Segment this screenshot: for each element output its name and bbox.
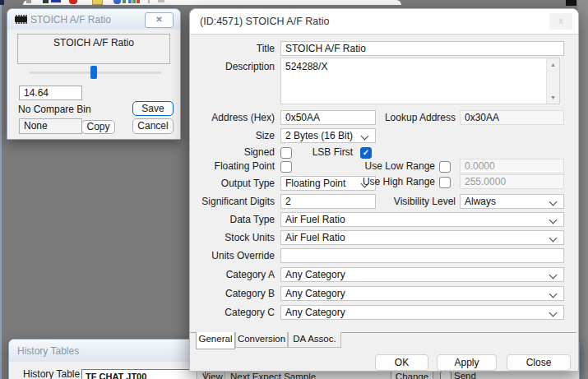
toolbar-icon-fragment[interactable] <box>158 0 164 2</box>
parameter-value-input[interactable]: 14.64 <box>19 86 82 100</box>
background-window-fragment <box>566 0 576 6</box>
visibility-level-label: Visibility Level <box>338 194 456 209</box>
history-table-label: History Table <box>23 368 80 379</box>
toolbar-icon-fragment[interactable] <box>128 0 132 3</box>
description-textarea[interactable]: 524288/X ▲ ▼ <box>280 58 560 104</box>
close-icon[interactable]: x <box>549 13 572 30</box>
lsb-first-label: LSB First <box>305 145 353 159</box>
data-type-label: Data Type <box>190 212 275 227</box>
units-override-input[interactable] <box>280 248 564 263</box>
high-range-field: 255.0000 <box>460 174 564 189</box>
scroll-up-icon[interactable]: ▲ <box>547 58 559 71</box>
description-text: 524288/X <box>285 61 327 72</box>
chip-icon <box>14 15 28 24</box>
compare-bin-field[interactable]: None <box>19 118 82 134</box>
category-a-value: Any Category <box>285 269 345 280</box>
category-b-select[interactable]: Any Category <box>280 286 564 301</box>
description-label: Description <box>190 59 275 74</box>
stock-units-value: Air Fuel Ratio <box>285 232 345 243</box>
stock-units-label: Stock Units <box>190 230 275 245</box>
size-label: Size <box>190 128 275 143</box>
left-edge-strip <box>0 0 2 379</box>
tab-da-assoc[interactable]: DA Assoc. <box>288 332 341 348</box>
category-a-select[interactable]: Any Category <box>280 267 564 282</box>
category-a-label: Category A <box>190 267 275 282</box>
history-tables-title: History Tables <box>17 345 79 357</box>
tab-conversion[interactable]: Conversion <box>235 332 288 348</box>
toolbar-icon-fragment[interactable] <box>43 0 49 3</box>
parameter-groupbox-label: STOICH A/F Ratio <box>18 37 169 49</box>
lookup-address-field: 0x30AA <box>460 110 564 125</box>
toolbar-icon-fragment[interactable] <box>132 0 136 3</box>
size-select[interactable]: 2 Bytes (16 Bit) <box>280 128 376 143</box>
use-high-range-checkbox[interactable] <box>439 177 451 188</box>
title-label: Title <box>190 41 275 56</box>
parameter-window-titlebar[interactable]: STOICH A/F Ratio ✕ <box>7 9 180 30</box>
low-range-field: 0.0000 <box>460 159 564 173</box>
no-compare-bin-label: No Compare Bin <box>18 104 91 115</box>
copy-button[interactable]: Copy <box>81 120 115 134</box>
toolbar-icon-fragment[interactable] <box>26 0 31 3</box>
toolbar-icon-fragment[interactable] <box>113 0 121 4</box>
toolbar-icon-fragment[interactable] <box>92 0 103 5</box>
toolbar-icon-fragment[interactable] <box>123 0 126 3</box>
visibility-level-select[interactable]: Always <box>460 194 564 209</box>
dialog-titlebar[interactable]: (ID:4571) STOICH A/F Ratio x <box>190 9 578 35</box>
apply-button[interactable]: Apply <box>437 354 497 371</box>
use-low-range-checkbox[interactable] <box>439 161 451 173</box>
category-b-value: Any Category <box>285 288 345 299</box>
dialog-title: (ID:4571) STOICH A/F Ratio <box>200 9 329 34</box>
data-type-value: Air Fuel Ratio <box>285 214 345 225</box>
category-c-select[interactable]: Any Category <box>280 305 564 320</box>
title-input[interactable]: STOICH A/F Ratio <box>280 41 564 56</box>
history-checkbox-label: Send <box>454 371 476 379</box>
use-high-range-label: Use High Range <box>338 174 435 189</box>
cancel-button[interactable]: Cancel <box>132 118 174 134</box>
lsb-first-checkbox[interactable]: ✓ <box>360 147 372 159</box>
category-c-label: Category C <box>190 305 275 320</box>
floating-point-label: Floating Point <box>190 159 275 173</box>
toolbar-icon-fragment[interactable] <box>69 0 77 4</box>
significant-digits-label: Significant Digits <box>190 194 275 209</box>
close-button[interactable]: Close <box>507 354 571 371</box>
history-checkbox[interactable] <box>440 371 451 379</box>
check-icon: ✓ <box>361 148 371 158</box>
size-select-value: 2 Bytes (16 Bit) <box>285 130 353 141</box>
output-type-label: Output Type <box>190 176 275 191</box>
scroll-down-icon[interactable]: ▼ <box>547 91 559 104</box>
units-override-label: Units Override <box>190 248 275 263</box>
toolbar-icon-fragment[interactable] <box>137 0 140 3</box>
description-scrollbar[interactable]: ▲ ▼ <box>546 58 559 104</box>
parameter-groupbox: STOICH A/F Ratio <box>17 34 170 64</box>
history-table-select[interactable]: TF CHAT JT00 <box>81 369 206 379</box>
tab-general[interactable]: General <box>196 332 235 349</box>
category-b-label: Category B <box>190 286 275 301</box>
toolbar-icon-fragment[interactable] <box>51 0 61 2</box>
use-low-range-label: Use Low Range <box>338 159 435 173</box>
signed-checkbox[interactable] <box>280 147 292 159</box>
toolbar-separator <box>148 0 150 3</box>
parameter-window: STOICH A/F Ratio ✕ STOICH A/F Ratio 14.6… <box>7 8 181 140</box>
output-type-value: Floating Point <box>285 178 345 189</box>
lookup-address-label: Lookup Address <box>338 110 456 125</box>
left-edge-notch <box>0 0 4 5</box>
parameter-slider-thumb[interactable] <box>90 66 97 79</box>
stock-units-select[interactable]: Air Fuel Ratio <box>280 230 564 245</box>
close-icon[interactable]: ✕ <box>145 12 174 28</box>
save-button[interactable]: Save <box>132 101 174 116</box>
parameter-edit-dialog: (ID:4571) STOICH A/F Ratio x Title STOIC… <box>189 8 579 372</box>
signed-label: Signed <box>190 145 275 159</box>
visibility-level-value: Always <box>465 196 496 207</box>
category-c-value: Any Category <box>285 307 345 318</box>
address-label: Address (Hex) <box>190 110 275 125</box>
background-toolbar-strip <box>23 0 401 5</box>
parameter-window-title: STOICH A/F Ratio <box>30 14 111 25</box>
ok-button[interactable]: OK <box>375 354 428 371</box>
data-type-select[interactable]: Air Fuel Ratio <box>280 212 564 227</box>
floating-point-checkbox[interactable] <box>280 161 292 173</box>
